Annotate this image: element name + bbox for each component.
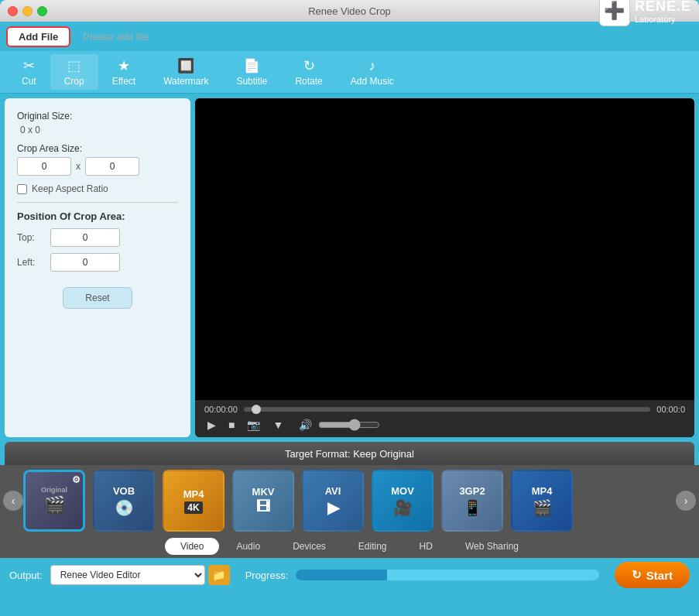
position-section: Position Of Crop Area: Top: Left: [17, 210, 178, 272]
keep-aspect-checkbox[interactable] [17, 184, 27, 194]
tab-watermark-label: Watermark [163, 76, 208, 87]
tab-subtitle[interactable]: 📄 Subtitle [222, 54, 281, 90]
window-title: Renee Video Crop [308, 5, 391, 17]
keep-aspect-row: Keep Aspect Ratio [17, 183, 178, 194]
logo-text: RENE.E [635, 0, 691, 15]
bottom-tabs: Video Audio Devices Editing HD Web Shari… [0, 536, 699, 558]
subtitle-icon: 📄 [243, 57, 260, 74]
format-bar: Target Format: Keep Original [5, 442, 694, 465]
format-label: Target Format: Keep Original [285, 448, 414, 460]
top-label: Top: [17, 232, 44, 243]
gear-icon: ⚙ [72, 474, 81, 485]
format-mov[interactable]: MOV 🎥 [372, 470, 433, 532]
controls-row: ▶ ■ 📷 ▼ 🔊 [204, 417, 685, 433]
minimize-button[interactable] [22, 6, 33, 16]
output-label: Output: [9, 570, 43, 581]
tab-cut[interactable]: ✂ Cut [8, 54, 50, 90]
cut-icon: ✂ [23, 57, 35, 74]
btm-tab-devices[interactable]: Devices [277, 538, 341, 555]
tab-cut-label: Cut [22, 76, 36, 87]
top-row: Top: [17, 228, 178, 247]
volume-control: 🔊 [296, 417, 380, 433]
format-avi[interactable]: AVI ▶ [302, 470, 364, 532]
effect-icon: ★ [118, 57, 130, 74]
format-mp4hd[interactable]: MP4 🎬 [511, 470, 573, 532]
more-button[interactable]: ▼ [269, 417, 286, 433]
tab-watermark[interactable]: 🔲 Watermark [149, 54, 222, 90]
logo: ➕ RENE.E Laboratory [599, 0, 691, 26]
format-original[interactable]: ⚙ Original 🎬 [23, 470, 85, 532]
crop-width-input[interactable]: 0 [17, 157, 71, 176]
format-vob[interactable]: VOB 💿 [93, 470, 155, 532]
titlebar: Renee Video Crop ➕ RENE.E Laboratory [0, 0, 699, 22]
btm-tab-video[interactable]: Video [165, 538, 219, 555]
toolbar: Add File Please add file [0, 22, 699, 51]
next-format-button[interactable]: › [676, 491, 696, 511]
left-label: Left: [17, 257, 44, 268]
original-size-value: 0 x 0 [20, 125, 178, 135]
left-row: Left: [17, 253, 178, 272]
addmusic-icon: ♪ [368, 58, 375, 74]
divider [17, 202, 178, 203]
output-progress-bar [296, 570, 599, 580]
main-content: Original Size: 0 x 0 Crop Area Size: 0 x… [0, 94, 699, 442]
file-path-label: Please add file [83, 31, 149, 43]
tab-crop-label: Crop [64, 76, 84, 87]
tab-rotate[interactable]: ↻ Rotate [281, 54, 336, 90]
nav-tabs: ✂ Cut ⬚ Crop ★ Effect 🔲 Watermark 📄 Subt… [0, 51, 699, 94]
keep-aspect-label: Keep Aspect Ratio [32, 183, 108, 194]
video-area: 00:00:00 00:00:0 ▶ ■ 📷 ▼ 🔊 [195, 98, 694, 437]
play-button[interactable]: ▶ [204, 417, 219, 433]
crop-icon: ⬚ [67, 57, 81, 74]
volume-slider[interactable] [318, 419, 380, 431]
watermark-icon: 🔲 [177, 57, 194, 74]
tab-crop[interactable]: ⬚ Crop [50, 54, 98, 90]
progress-fill [296, 570, 386, 580]
format-mkv[interactable]: MKV 🎞 [232, 470, 294, 532]
btm-tab-audio[interactable]: Audio [221, 538, 276, 555]
btm-tab-editing[interactable]: Editing [343, 538, 403, 555]
progress-label: Progress: [245, 570, 289, 581]
crop-height-input[interactable]: 0 [85, 157, 139, 176]
output-bar: Output: Renee Video Editor 📁 Progress: ↻… [0, 558, 699, 592]
original-size-label: Original Size: [17, 111, 178, 121]
stop-button[interactable]: ■ [225, 417, 238, 433]
video-controls: 00:00:00 00:00:0 ▶ ■ 📷 ▼ 🔊 [195, 400, 694, 437]
format-area: ‹ ⚙ Original 🎬 VOB 💿 MP4 4K MKV 🎞 AVI ▶ … [0, 465, 699, 536]
tab-rotate-label: Rotate [295, 76, 322, 87]
time-end: 00:00:0 [656, 405, 685, 414]
prev-format-button[interactable]: ‹ [3, 491, 23, 511]
x-separator: x [76, 161, 81, 172]
maximize-button[interactable] [37, 6, 47, 16]
crop-area-label: Crop Area Size: [17, 143, 178, 154]
close-button[interactable] [8, 6, 18, 16]
add-file-button[interactable]: Add File [6, 26, 70, 47]
tab-subtitle-label: Subtitle [236, 76, 267, 87]
time-row: 00:00:00 00:00:0 [204, 405, 685, 414]
btm-tab-websharing[interactable]: Web Sharing [450, 538, 534, 555]
top-input[interactable] [50, 228, 120, 247]
reset-button[interactable]: Reset [63, 287, 132, 309]
tab-effect[interactable]: ★ Effect [98, 54, 149, 90]
output-select-wrap: Renee Video Editor 📁 [50, 565, 230, 585]
crop-size-row: 0 x 0 [17, 157, 178, 176]
seek-bar[interactable] [244, 407, 650, 412]
left-input[interactable] [50, 253, 120, 272]
start-label: Start [646, 569, 673, 582]
volume-icon: 🔊 [296, 417, 315, 433]
tab-effect-label: Effect [112, 76, 135, 87]
format-icons-list: ⚙ Original 🎬 VOB 💿 MP4 4K MKV 🎞 AVI ▶ MO… [23, 470, 573, 532]
format-3gp2[interactable]: 3GP2 📱 [441, 470, 503, 532]
tab-addmusic[interactable]: ♪ Add Music [337, 55, 408, 90]
snapshot-button[interactable]: 📷 [244, 417, 263, 433]
rotate-icon: ↻ [303, 57, 315, 74]
start-button[interactable]: ↻ Start [615, 562, 690, 588]
time-start: 00:00:00 [204, 405, 238, 414]
logo-icon: ➕ [599, 0, 630, 26]
traffic-lights [8, 6, 47, 16]
left-panel: Original Size: 0 x 0 Crop Area Size: 0 x… [5, 98, 190, 437]
folder-button[interactable]: 📁 [208, 565, 230, 585]
output-select[interactable]: Renee Video Editor [50, 565, 205, 585]
format-mp4[interactable]: MP4 4K [163, 470, 224, 532]
btm-tab-hd[interactable]: HD [404, 538, 448, 555]
